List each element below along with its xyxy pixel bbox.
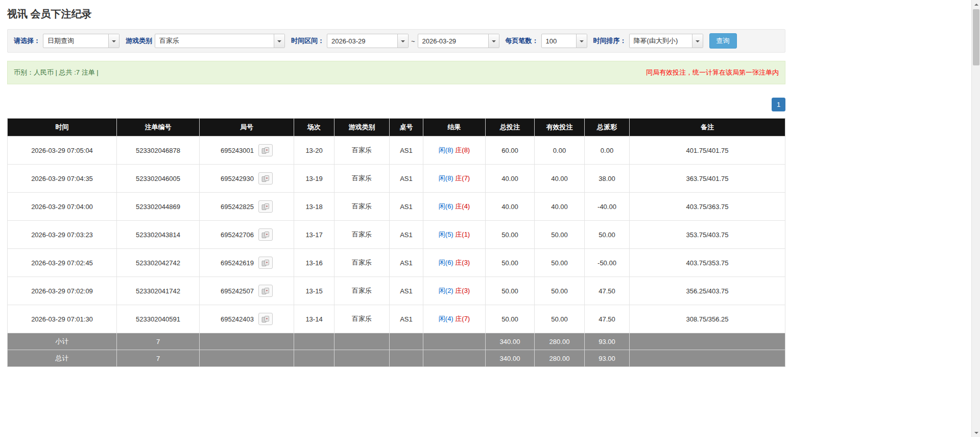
scrollbar[interactable]	[971, 0, 980, 437]
cell-payout: 47.50	[585, 277, 630, 305]
cell-remark: 356.25/403.75	[630, 277, 785, 305]
cell-time: 2026-03-29 07:03:23	[8, 221, 117, 249]
footer-empty-cell	[630, 333, 785, 350]
round-result-button[interactable]	[258, 144, 273, 156]
cell-payout: 50.00	[585, 221, 630, 249]
total-payout: 93.00	[585, 350, 630, 367]
cell-total-bet[interactable]: 60.00	[486, 136, 535, 165]
round-result-button[interactable]	[258, 257, 273, 269]
game-category-label: 游戏类别	[126, 36, 152, 45]
result-player: 闲(2)	[439, 287, 453, 294]
result-player: 闲(4)	[439, 315, 453, 323]
cell-session: 13-16	[294, 249, 334, 277]
cell-session: 13-17	[294, 221, 334, 249]
chevron-down-icon[interactable]	[488, 34, 499, 48]
chevron-down-icon[interactable]	[108, 34, 119, 48]
table-row: 2026-03-29 07:03:23 523302043814 6952427…	[8, 221, 785, 249]
table-row: 2026-03-29 07:02:09 523302041742 6952425…	[8, 277, 785, 305]
footer-empty-cell	[200, 350, 294, 367]
result-banker: 庄(8)	[455, 146, 470, 154]
round-number: 695243001	[221, 147, 254, 154]
date-to-value: 2026-03-29	[418, 34, 488, 48]
col-header-payout: 总派彩	[585, 119, 630, 136]
result-player: 闲(8)	[439, 174, 453, 182]
cell-result: 闲(5) 庄(1)	[423, 221, 486, 249]
round-result-button[interactable]	[258, 313, 273, 325]
cell-table-no: AS1	[390, 136, 423, 165]
cell-time: 2026-03-29 07:04:35	[8, 165, 117, 193]
footer-empty-cell	[390, 350, 423, 367]
cell-round: 695242403	[200, 305, 294, 333]
chevron-down-icon[interactable]	[397, 34, 408, 48]
cell-bet-id: 523302046005	[117, 165, 200, 193]
cell-total-bet[interactable]: 50.00	[486, 249, 535, 277]
total-label: 总计	[8, 350, 117, 367]
query-type-select[interactable]: 日期查询	[43, 34, 119, 48]
cell-round: 695243001	[200, 136, 294, 165]
footer-empty-cell	[294, 350, 334, 367]
date-from-select[interactable]: 2026-03-29	[327, 34, 409, 48]
cell-session: 13-15	[294, 277, 334, 305]
cell-table-no: AS1	[390, 305, 423, 333]
col-header-table-no: 桌号	[390, 119, 423, 136]
cell-valid-bet: 50.00	[535, 277, 585, 305]
scrollbar-down-arrow-icon[interactable]	[972, 428, 980, 437]
col-header-valid-bet: 有效投注	[535, 119, 585, 136]
cell-result: 闲(6) 庄(4)	[423, 193, 486, 221]
cell-table-no: AS1	[390, 193, 423, 221]
page-title: 视讯 会员下注纪录	[7, 7, 785, 21]
col-header-game: 游戏类别	[334, 119, 390, 136]
footer-empty-cell	[630, 350, 785, 367]
subtotal-total-bet: 340.00	[486, 333, 535, 350]
round-result-button[interactable]	[258, 172, 273, 185]
footer-empty-cell	[334, 333, 390, 350]
subtotal-payout: 93.00	[585, 333, 630, 350]
cell-table-no: AS1	[390, 165, 423, 193]
result-player: 闲(5)	[439, 231, 453, 238]
query-button[interactable]: 查询	[709, 33, 737, 49]
game-category-select[interactable]: 百家乐	[155, 34, 285, 48]
chevron-down-icon[interactable]	[576, 34, 587, 48]
chevron-down-icon[interactable]	[692, 34, 703, 48]
per-page-select[interactable]: 100	[541, 34, 587, 48]
cell-total-bet[interactable]: 50.00	[486, 221, 535, 249]
cell-total-bet[interactable]: 40.00	[486, 165, 535, 193]
cell-time: 2026-03-29 07:02:45	[8, 249, 117, 277]
result-banker: 庄(1)	[455, 231, 470, 238]
result-banker: 庄(4)	[455, 202, 470, 210]
cell-total-bet[interactable]: 50.00	[486, 277, 535, 305]
cell-remark: 403.75/363.75	[630, 193, 785, 221]
scrollbar-thumb[interactable]	[973, 9, 979, 65]
cell-remark: 363.75/401.75	[630, 165, 785, 193]
round-result-button[interactable]	[258, 200, 273, 213]
round-result-button[interactable]	[258, 285, 273, 297]
summary-note: 同局有效投注，统一计算在该局第一张注单内	[646, 68, 779, 77]
round-result-button[interactable]	[258, 228, 273, 241]
table-row: 2026-03-29 07:01:30 523302040591 6952424…	[8, 305, 785, 333]
date-to-select[interactable]: 2026-03-29	[418, 34, 499, 48]
round-number: 695242619	[221, 259, 254, 267]
pagination: 1	[7, 98, 785, 111]
scrollbar-up-arrow-icon[interactable]	[972, 0, 980, 9]
cell-game: 百家乐	[334, 136, 390, 165]
cell-total-bet[interactable]: 40.00	[486, 193, 535, 221]
time-sort-select[interactable]: 降幂(由大到小)	[629, 34, 703, 48]
result-banker: 庄(3)	[455, 259, 470, 266]
cell-round: 695242507	[200, 277, 294, 305]
round-number: 695242706	[221, 231, 254, 239]
footer-empty-cell	[200, 333, 294, 350]
chevron-down-icon[interactable]	[274, 34, 284, 48]
page-button-1[interactable]: 1	[772, 98, 785, 111]
cell-result: 闲(4) 庄(7)	[423, 305, 486, 333]
total-count: 7	[117, 350, 200, 367]
cell-total-bet[interactable]: 50.00	[486, 305, 535, 333]
footer-empty-cell	[334, 350, 390, 367]
col-header-result: 结果	[423, 119, 486, 136]
per-page-label: 每页笔数：	[506, 36, 539, 45]
footer-empty-cell	[390, 333, 423, 350]
cards-icon	[261, 203, 270, 210]
cell-game: 百家乐	[334, 193, 390, 221]
cell-session: 13-18	[294, 193, 334, 221]
cell-payout: 38.00	[585, 165, 630, 193]
col-header-remark: 备注	[630, 119, 785, 136]
